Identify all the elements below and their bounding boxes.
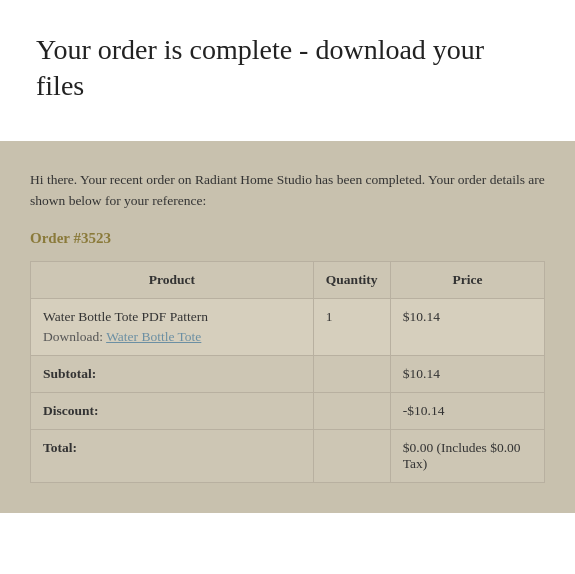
discount-label: Discount: bbox=[31, 392, 314, 429]
discount-row: Discount: -$10.14 bbox=[31, 392, 545, 429]
quantity-cell: 1 bbox=[313, 298, 390, 355]
product-cell: Water Bottle Tote PDF Pattern Download: … bbox=[31, 298, 314, 355]
order-table: Product Quantity Price Water Bottle Tote… bbox=[30, 261, 545, 483]
item-price-cell: $10.14 bbox=[390, 298, 544, 355]
total-value: $0.00 (Includes $0.00 Tax) bbox=[390, 429, 544, 482]
intro-text: Hi there. Your recent order on Radiant H… bbox=[30, 169, 545, 212]
discount-quantity-empty bbox=[313, 392, 390, 429]
header-product: Product bbox=[31, 261, 314, 298]
download-link[interactable]: Water Bottle Tote bbox=[106, 329, 201, 344]
subtotal-row: Subtotal: $10.14 bbox=[31, 355, 545, 392]
table-header-row: Product Quantity Price bbox=[31, 261, 545, 298]
subtotal-label: Subtotal: bbox=[31, 355, 314, 392]
subtotal-quantity-empty bbox=[313, 355, 390, 392]
order-number: Order #3523 bbox=[30, 230, 545, 247]
total-quantity-empty bbox=[313, 429, 390, 482]
total-row: Total: $0.00 (Includes $0.00 Tax) bbox=[31, 429, 545, 482]
download-label: Download: bbox=[43, 329, 103, 344]
discount-value: -$10.14 bbox=[390, 392, 544, 429]
product-name: Water Bottle Tote PDF Pattern bbox=[43, 309, 301, 325]
subtotal-value: $10.14 bbox=[390, 355, 544, 392]
body-section: Hi there. Your recent order on Radiant H… bbox=[0, 141, 575, 513]
page-title: Your order is complete - download your f… bbox=[36, 32, 539, 105]
header-quantity: Quantity bbox=[313, 261, 390, 298]
header-price: Price bbox=[390, 261, 544, 298]
total-label: Total: bbox=[31, 429, 314, 482]
product-row: Water Bottle Tote PDF Pattern Download: … bbox=[31, 298, 545, 355]
header-section: Your order is complete - download your f… bbox=[0, 0, 575, 141]
